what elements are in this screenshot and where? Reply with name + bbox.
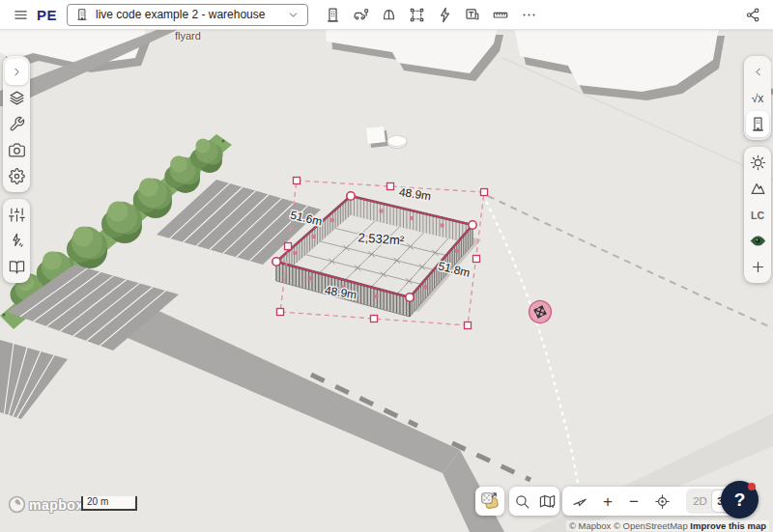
menu-button[interactable]	[8, 2, 33, 27]
help-label: ?	[734, 490, 746, 511]
gear-icon	[9, 168, 25, 184]
mapbox-logo[interactable]: mapbox	[8, 495, 84, 514]
search-icon	[514, 493, 530, 510]
improve-map-link[interactable]: Improve this map	[690, 520, 766, 531]
sidebar-item-lc[interactable]: LC	[746, 202, 769, 228]
app-logo: PE	[37, 7, 57, 23]
map-style-button[interactable]	[536, 489, 558, 514]
map-canvas[interactable]: 48.9m 51.6m 2,532m² 51.8m 48.9m	[0, 29, 773, 532]
sun-icon	[750, 154, 766, 171]
vehicle-icon	[351, 7, 371, 23]
scale-label: 20 m	[87, 496, 108, 507]
sliders-icon	[9, 207, 25, 223]
mapbox-mark-icon	[8, 495, 26, 514]
right-sidebar-secondary: LC	[744, 147, 771, 283]
left-sidebar-main	[3, 56, 30, 192]
dome-tool-button[interactable]	[376, 2, 401, 27]
layers-icon	[9, 90, 25, 106]
app-window: 48.9m 51.6m 2,532m² 51.8m 48.9m flyard P…	[0, 0, 773, 532]
sidebar-item-formula[interactable]: √x	[746, 85, 769, 111]
lc-icon: LC	[751, 210, 764, 221]
map-style-icon	[539, 493, 556, 510]
geolocate-icon	[654, 493, 671, 510]
compass-needle-icon	[572, 493, 588, 510]
chevron-down-icon	[287, 9, 300, 21]
basemap-icon	[479, 490, 501, 512]
chevron-left-icon	[752, 66, 764, 78]
basemap-toggle-button[interactable]	[475, 487, 504, 516]
map-attribution: © Mapbox © OpenStreetMap Improve this ma…	[566, 520, 769, 531]
notification-dot	[748, 483, 756, 490]
ruler-icon	[491, 7, 510, 23]
top-toolbar: PE live code example 2 - warehouse	[0, 0, 773, 30]
text-label-icon	[463, 7, 482, 23]
sidebar-item-settings[interactable]	[5, 163, 28, 189]
sidebar-expand-button[interactable]	[5, 59, 28, 85]
project-selector[interactable]: live code example 2 - warehouse	[67, 4, 308, 26]
marquee-icon	[409, 7, 425, 23]
share-button[interactable]	[740, 2, 765, 27]
more-tools-button[interactable]	[516, 2, 541, 27]
mapbox-wordmark: mapbox	[29, 497, 84, 513]
flash-auto-icon	[9, 233, 25, 249]
sidebar-item-terrain[interactable]	[746, 176, 769, 202]
sidebar-item-flash-auto[interactable]	[5, 228, 28, 254]
search-button[interactable]	[511, 489, 532, 514]
camera-icon	[9, 142, 25, 158]
hamburger-icon	[13, 7, 29, 23]
sidebar-item-add[interactable]	[746, 254, 769, 280]
help-button[interactable]: ?	[721, 481, 759, 518]
dome-icon	[381, 7, 397, 23]
book-icon	[9, 259, 25, 275]
mode-2d-button[interactable]: 2D	[688, 490, 712, 512]
chevron-right-icon	[11, 66, 23, 78]
compass-button[interactable]	[570, 489, 589, 514]
nav-control-group: + − 2D 3D	[562, 487, 746, 516]
sidebar-item-tools[interactable]	[5, 111, 28, 137]
formula-icon: √x	[752, 92, 764, 105]
select-area-tool-button[interactable]	[404, 2, 429, 27]
map-scale-bar: 20 m	[81, 496, 137, 511]
map-place-label: flyard	[175, 30, 201, 42]
share-icon	[745, 7, 761, 23]
eye-icon	[750, 233, 766, 249]
zoom-in-button[interactable]: +	[600, 489, 616, 514]
lightning-icon	[437, 7, 453, 23]
text-label-tool-button[interactable]	[460, 2, 485, 27]
sidebar-item-building[interactable]	[746, 111, 769, 137]
building-icon	[325, 7, 341, 23]
sidebar-item-sun[interactable]	[746, 150, 769, 176]
wrench-icon	[9, 116, 25, 132]
project-name: live code example 2 - warehouse	[96, 8, 280, 21]
sidebar-item-visibility[interactable]	[746, 228, 769, 254]
zoom-out-button[interactable]: −	[626, 489, 642, 514]
left-sidebar-secondary	[3, 199, 30, 283]
vehicle-tool-button[interactable]	[348, 2, 373, 27]
sidebar-item-guide[interactable]	[5, 254, 28, 280]
terrain-icon	[750, 181, 766, 197]
attribution-text: © Mapbox © OpenStreetMap	[569, 520, 688, 531]
building-tool-button[interactable]	[320, 2, 345, 27]
building-icon	[75, 8, 89, 21]
building-icon	[750, 116, 766, 132]
ellipsis-icon	[521, 7, 537, 23]
sidebar-item-adjustments[interactable]	[5, 202, 28, 228]
sidebar-item-camera[interactable]	[5, 137, 28, 163]
sidebar-item-layers[interactable]	[5, 85, 28, 111]
plus-icon	[750, 259, 766, 275]
sidebar-collapse-button[interactable]	[746, 59, 769, 85]
geolocate-button[interactable]	[652, 489, 672, 514]
search-map-group	[509, 487, 559, 516]
right-sidebar-main: √x	[744, 56, 771, 140]
flash-tool-button[interactable]	[432, 2, 457, 27]
measure-tool-button[interactable]	[488, 2, 513, 27]
tool-row	[320, 2, 541, 27]
